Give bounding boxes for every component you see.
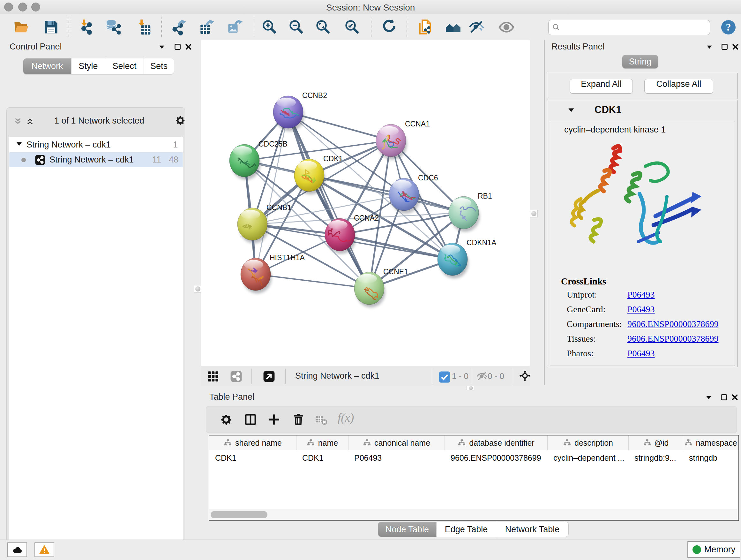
right-splitter-handle[interactable]: [530, 210, 538, 217]
tab-node-table[interactable]: Node Table: [378, 522, 436, 537]
network-node-RB1[interactable]: [449, 196, 480, 232]
column-header-shared-name[interactable]: shared name: [209, 435, 296, 450]
export-image-icon[interactable]: [227, 19, 244, 36]
right-splitter[interactable]: [530, 40, 544, 385]
network-node-CCNB2[interactable]: [273, 96, 304, 131]
memory-button[interactable]: Memory: [687, 541, 740, 558]
zoom-selected-icon[interactable]: [344, 19, 360, 36]
network-node-CDK1[interactable]: [294, 159, 325, 194]
results-panel-float-icon[interactable]: [705, 43, 714, 51]
horizontal-splitter[interactable]: [201, 386, 741, 390]
expand-all-button[interactable]: Expand All: [569, 79, 633, 94]
table-cell[interactable]: 9606.ENSP00000378699: [445, 451, 547, 465]
refresh-styles-icon[interactable]: [381, 19, 398, 36]
delete-column-trash-icon[interactable]: [292, 413, 305, 426]
search-input[interactable]: [562, 21, 708, 34]
network-node-CDC25B[interactable]: [229, 144, 260, 180]
tab-sets[interactable]: Sets: [144, 58, 174, 74]
column-header-database-identifier[interactable]: database identifier: [445, 435, 548, 450]
zoom-out-icon[interactable]: [288, 19, 305, 36]
open-session-icon[interactable]: [13, 19, 30, 36]
crosslink-link[interactable]: 9606.ENSP00000378699: [627, 319, 718, 329]
add-column-plus-icon[interactable]: [267, 413, 281, 426]
warnings-button[interactable]: [35, 543, 54, 557]
table-panel-float-icon[interactable]: [704, 393, 713, 401]
network-share-icon[interactable]: [230, 370, 242, 382]
network-edge-CCNA2-CDKN1A[interactable]: [340, 235, 453, 259]
network-node-CDC6[interactable]: [389, 178, 420, 213]
results-panel-undock-icon[interactable]: [721, 43, 729, 51]
control-panel-undock-icon[interactable]: [174, 43, 182, 51]
network-edge-CCNB2-CCNE1[interactable]: [288, 112, 369, 288]
selected-checkbox-icon[interactable]: [439, 371, 449, 381]
hide-selected-eye-icon[interactable]: [468, 19, 485, 36]
column-header-name[interactable]: name: [296, 435, 348, 450]
network-node-HIST1H1A[interactable]: [241, 258, 272, 294]
zoom-fit-icon[interactable]: [315, 19, 332, 36]
tab-network-table[interactable]: Network Table: [496, 522, 569, 537]
tab-select[interactable]: Select: [105, 58, 144, 74]
network-node-CCNE1[interactable]: [354, 272, 385, 307]
collapse-all-button[interactable]: Collapse All: [644, 79, 713, 94]
string-document-icon[interactable]: [417, 19, 433, 36]
network-edge-HIST1H1A-CCNE1[interactable]: [256, 274, 369, 288]
node-count: 11: [152, 155, 161, 165]
network-node-CCNA1[interactable]: [376, 124, 407, 160]
table-cell[interactable]: CDK1: [296, 451, 348, 465]
scrollbar-thumb[interactable]: [211, 511, 267, 518]
open-in-window-icon[interactable]: [263, 370, 275, 382]
tree-expander-icon[interactable]: [16, 140, 26, 150]
crosslink-link[interactable]: P06493: [627, 348, 655, 358]
tab-style[interactable]: Style: [71, 58, 105, 74]
results-panel-close-icon[interactable]: [731, 43, 740, 51]
bundled-apps-houses-icon[interactable]: [445, 19, 461, 36]
network-node-CDKN1A[interactable]: [437, 243, 468, 278]
table-horizontal-scrollbar[interactable]: [209, 509, 737, 519]
save-session-icon[interactable]: [43, 19, 59, 36]
table-panel-close-icon[interactable]: [731, 393, 739, 401]
export-table-icon[interactable]: [199, 19, 215, 36]
table-cell[interactable]: stringdb:9...: [629, 451, 683, 465]
cloud-button[interactable]: [7, 543, 27, 557]
crosslink-link[interactable]: P06493: [627, 290, 655, 300]
crosslink-link[interactable]: P06493: [627, 304, 655, 314]
table-cell[interactable]: CDK1: [209, 451, 296, 465]
left-splitter[interactable]: [191, 40, 202, 540]
node-label-CCNB2: CCNB2: [302, 91, 327, 100]
expand-all-chevron-icon[interactable]: [25, 117, 35, 126]
table-panel-undock-icon[interactable]: [720, 393, 728, 401]
column-header-description[interactable]: description: [548, 435, 629, 450]
table-settings-gear-icon[interactable]: [219, 413, 233, 426]
cdk1-collapse-icon[interactable]: [567, 106, 576, 114]
control-panel-float-icon[interactable]: [158, 43, 166, 51]
network-tree-row[interactable]: String Network – cdk11: [9, 137, 183, 152]
tab-edge-table[interactable]: Edge Table: [436, 522, 496, 537]
import-table-file-icon[interactable]: [135, 19, 151, 36]
collapse-all-chevron-icon[interactable]: [13, 117, 23, 126]
column-header-canonical-name[interactable]: canonical name: [348, 435, 445, 450]
column-header-label: canonical name: [374, 438, 430, 448]
horizontal-splitter-handle[interactable]: [467, 386, 475, 390]
import-network-file-icon[interactable]: [77, 19, 94, 36]
table-cell[interactable]: stringdb: [683, 451, 738, 465]
import-network-database-icon[interactable]: [105, 19, 122, 36]
table-cell[interactable]: cyclin–dependent ...: [548, 451, 628, 465]
column-header-namespace[interactable]: namespace: [683, 435, 738, 450]
network-edge-CCNB2-HIST1H1A[interactable]: [256, 112, 288, 274]
tab-network[interactable]: Network: [23, 58, 71, 74]
network-options-gear-icon[interactable]: [175, 115, 186, 126]
table-cell[interactable]: P06493: [348, 451, 445, 465]
zoom-in-icon[interactable]: [261, 19, 278, 36]
left-splitter-handle[interactable]: [194, 285, 202, 293]
export-network-icon[interactable]: [171, 19, 187, 36]
show-all-eye-icon[interactable]: [498, 19, 515, 36]
column-header--id[interactable]: @id: [629, 435, 683, 450]
help-button[interactable]: ?: [721, 20, 736, 35]
node-table[interactable]: shared namenamecanonical namedatabase id…: [209, 435, 739, 521]
crosslink-link[interactable]: 9606.ENSP00000378699: [627, 334, 718, 344]
tab-string[interactable]: String: [622, 55, 658, 68]
network-canvas[interactable]: CCNB2CCNA1CDC25BCDK1CDC6RB1CCNB1CCNA2CDK…: [201, 40, 530, 367]
grid-view-icon[interactable]: [207, 370, 219, 382]
show-columns-icon[interactable]: [244, 413, 257, 426]
network-tree-row[interactable]: String Network – cdk11148: [9, 152, 183, 167]
